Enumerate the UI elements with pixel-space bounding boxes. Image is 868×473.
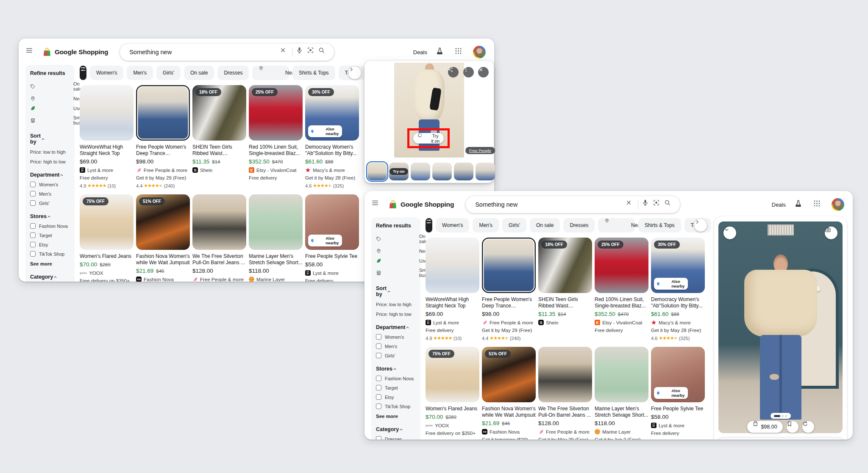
google-shopping-logo[interactable]: Google Shopping: [42, 47, 108, 57]
chip-on-sale[interactable]: On sale: [184, 66, 214, 80]
product-card-weworewhat-high-straight-neck-[interactable]: WeWoreWhat High Straight Neck Top$69.00L…: [80, 85, 134, 188]
filters-chip[interactable]: [80, 66, 86, 80]
checkbox[interactable]: [30, 182, 36, 187]
checkbox[interactable]: [376, 404, 381, 409]
chip-nearby[interactable]: Nearby: [598, 218, 635, 232]
product-card-fashion-nova-women-s-while-we-[interactable]: 51% OFFFashion Nova Women's while We Wai…: [482, 347, 536, 440]
checkbox-row-target[interactable]: Target: [30, 232, 70, 238]
collapse-panel-button[interactable]: [723, 227, 736, 239]
chips-scroll-right-button[interactable]: [348, 66, 361, 79]
chip-women-s[interactable]: Women's: [90, 66, 123, 80]
more-options-button[interactable]: [463, 67, 474, 77]
chip-nearby[interactable]: Nearby: [252, 66, 289, 80]
chip-shirts-tops[interactable]: Shirts & Tops: [292, 66, 335, 80]
checkbox[interactable]: [376, 353, 381, 358]
section-header-category[interactable]: Category: [376, 426, 416, 432]
chip-women-s[interactable]: Women's: [436, 218, 469, 232]
search-input[interactable]: [129, 49, 279, 55]
product-card-women-s-flared-jeans[interactable]: 75% OFFWomen's Flared Jeans$70.00$289yoo…: [426, 347, 479, 440]
product-card-free-people-sylvie-tee[interactable]: Also nearbyFree People Sylvie Tee$58.00L…: [305, 194, 359, 282]
product-card-weworewhat-high-straight-neck-[interactable]: WeWoreWhat High Straight Neck Top$69.00L…: [426, 238, 479, 341]
search-button[interactable]: [318, 47, 329, 58]
labs-button[interactable]: [436, 47, 446, 57]
checkbox-row-tiktok-shop[interactable]: TikTok Shop: [376, 404, 416, 409]
profile-avatar[interactable]: [832, 198, 844, 211]
close-button[interactable]: [478, 67, 489, 77]
product-card-free-people-sylvie-tee[interactable]: Also nearbyFree People Sylvie Tee$58.00L…: [651, 347, 705, 440]
checkbox[interactable]: [376, 394, 381, 400]
section-header-department[interactable]: Department: [30, 172, 70, 178]
checkbox-row-girls[interactable]: Girls': [30, 200, 70, 206]
section-header-sort-by[interactable]: Sort by: [376, 285, 416, 297]
voice-search-button[interactable]: [296, 47, 307, 58]
search-bar[interactable]: [120, 44, 334, 61]
google-shopping-logo[interactable]: Google Shopping: [388, 200, 454, 209]
search-button[interactable]: [664, 199, 675, 210]
chip-men-s[interactable]: Men's: [473, 218, 499, 232]
checkbox[interactable]: [30, 191, 36, 196]
checkbox[interactable]: [376, 334, 381, 340]
deals-link[interactable]: Deals: [413, 49, 427, 55]
bottom-sheet[interactable]: [716, 438, 845, 440]
checkbox[interactable]: [30, 223, 36, 229]
checkbox-row-women-s[interactable]: Women's: [30, 182, 70, 187]
chip-dresses[interactable]: Dresses: [217, 66, 249, 80]
checkbox-row-girls[interactable]: Girls': [376, 353, 416, 358]
checkbox[interactable]: [376, 436, 381, 440]
bookmark-button[interactable]: [787, 421, 798, 433]
refresh-button[interactable]: [802, 421, 814, 433]
see-more-link[interactable]: See more: [30, 261, 70, 266]
product-thumbnail-2[interactable]: Try-on: [389, 163, 409, 180]
section-header-department[interactable]: Department: [376, 324, 416, 330]
checkbox-row-etsy[interactable]: Etsy: [30, 242, 70, 247]
product-card-free-people-women-s-deep-tranc[interactable]: Free People Women's Deep Trance Dropped.…: [482, 238, 536, 341]
menu-button[interactable]: [25, 47, 36, 58]
product-card-red-100-linen-suit-single-brea[interactable]: 25% OFFRed 100% Linen Suit, Single-breas…: [595, 238, 648, 341]
checkbox-row-fashion-nova[interactable]: Fashion Nova: [376, 376, 416, 381]
chip-dresses[interactable]: Dresses: [563, 218, 595, 232]
checkbox-row-men-s[interactable]: Men's: [376, 343, 416, 349]
checkbox[interactable]: [30, 251, 36, 257]
section-header-sort-by[interactable]: Sort by: [30, 133, 70, 145]
product-card-free-people-women-s-deep-tranc[interactable]: Free People Women's Deep Trance Dropped.…: [136, 85, 190, 188]
filter-small-business[interactable]: Small business: [30, 115, 70, 125]
filter-used[interactable]: Used: [30, 105, 70, 111]
sort-option-price-high-to-low[interactable]: Price: high to low: [376, 312, 416, 317]
filter-on-sale[interactable]: On sale: [30, 81, 70, 91]
checkbox[interactable]: [376, 376, 381, 381]
voice-search-button[interactable]: [642, 199, 653, 210]
labs-button[interactable]: [794, 199, 804, 210]
menu-button[interactable]: [371, 199, 382, 210]
chips-scroll-right-button[interactable]: [694, 219, 707, 232]
checkbox[interactable]: [30, 232, 36, 238]
checkbox-row-men-s[interactable]: Men's: [30, 191, 70, 196]
filter-small-business[interactable]: Small business: [376, 268, 416, 278]
filter-used[interactable]: Used: [376, 258, 416, 263]
lens-search-button[interactable]: [307, 47, 318, 58]
product-card-fashion-nova-women-s-while-we-[interactable]: 51% OFFFashion Nova Women's while We Wai…: [136, 194, 190, 282]
share-button[interactable]: [448, 67, 459, 77]
section-header-category[interactable]: Category: [30, 274, 70, 280]
lens-search-button[interactable]: [653, 199, 664, 210]
profile-avatar[interactable]: [473, 46, 486, 58]
deals-link[interactable]: Deals: [772, 202, 786, 208]
product-thumbnail-1[interactable]: [367, 163, 387, 180]
apps-grid-button[interactable]: [813, 199, 823, 210]
product-card-democracy-women-s-ab-solution-[interactable]: 30% OFFAlso nearbyDemocracy Women's "Ab"…: [305, 85, 359, 188]
filter-nearby[interactable]: Nearby: [376, 248, 416, 254]
product-card-red-100-linen-suit-single-brea[interactable]: 25% OFFRed 100% Linen Suit, Single-breas…: [249, 85, 303, 188]
sort-option-price-low-to-high[interactable]: Price: low to high: [376, 302, 416, 307]
checkbox-row-target[interactable]: Target: [376, 385, 416, 390]
checkbox-row-fashion-nova[interactable]: Fashion Nova: [30, 223, 70, 229]
chip-shirts-tops[interactable]: Shirts & Tops: [638, 218, 681, 232]
checkbox[interactable]: [30, 200, 36, 206]
filter-nearby[interactable]: Nearby: [30, 96, 70, 101]
checkbox-row-women-s[interactable]: Women's: [376, 334, 416, 340]
product-card-we-the-free-silverton-pull-on-[interactable]: We The Free Silverton Pull-On Barrel Jea…: [192, 194, 246, 282]
sort-option-price-low-to-high[interactable]: Price: low to high: [30, 149, 70, 155]
chip-girls[interactable]: Girls': [502, 218, 526, 232]
sort-option-price-high-to-low[interactable]: Price: high to low: [30, 159, 70, 164]
search-input[interactable]: [475, 201, 625, 208]
clear-search-button[interactable]: [625, 199, 636, 210]
product-card-democracy-women-s-ab-solution-[interactable]: 30% OFFAlso nearbyDemocracy Women's "Ab"…: [651, 238, 705, 341]
